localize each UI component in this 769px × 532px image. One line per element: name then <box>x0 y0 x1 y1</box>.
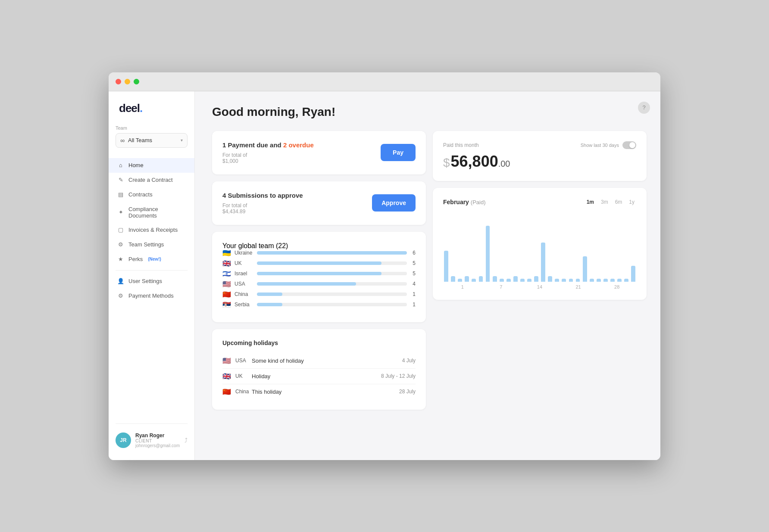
chart-bar-wrap <box>506 221 512 282</box>
payment-title: 1 Payment due and 2 overdue <box>222 141 314 149</box>
bar-count: 5 <box>410 260 416 266</box>
sidebar-divider <box>116 270 188 271</box>
sidebar-item-create-contract[interactable]: ✎ Create a Contract <box>109 173 194 187</box>
bar-container <box>257 292 407 296</box>
toggle-knob <box>629 142 635 148</box>
chart-bar-wrap <box>471 221 477 282</box>
chart-bar-wrap <box>464 221 470 282</box>
logo-dot: . <box>140 102 142 115</box>
chart-bar-wrap <box>499 221 505 282</box>
sidebar-item-label: Perks <box>128 256 143 262</box>
chart-bar <box>458 279 462 282</box>
sidebar-bottom-divider <box>116 423 188 424</box>
minimize-button[interactable] <box>125 79 130 84</box>
submissions-info: 4 Submissions to approve For total of $4… <box>222 192 303 215</box>
holiday-name: Holiday <box>252 373 377 380</box>
show-toggle: Show last 30 days <box>581 141 636 149</box>
range-button-6m[interactable]: 6m <box>613 198 624 206</box>
chart-bar-wrap <box>478 221 484 282</box>
sidebar-item-payment-methods[interactable]: ⚙ Payment Methods <box>109 289 194 303</box>
country-flag: 🇨🇳 <box>222 291 231 297</box>
chart-bar-wrap <box>603 221 609 282</box>
approve-button[interactable]: Approve <box>372 194 416 212</box>
sidebar-item-label: User Settings <box>128 278 162 284</box>
country-flag: 🇺🇸 <box>222 281 231 287</box>
chart-bar <box>479 276 483 282</box>
chart-bar-wrap <box>485 221 491 282</box>
help-button[interactable]: ? <box>638 102 650 114</box>
country-flag: 🇮🇱 <box>222 271 231 277</box>
chart-bar-wrap <box>540 221 546 282</box>
toggle-switch[interactable] <box>622 141 636 149</box>
fullscreen-button[interactable] <box>134 79 139 84</box>
dashboard-grid: 1 Payment due and 2 overdue For total of… <box>212 131 647 410</box>
sidebar-item-perks[interactable]: ★ Perks (New!) <box>109 252 194 267</box>
chart-bar-wrap <box>630 221 636 282</box>
sidebar-item-team-settings[interactable]: ⚙ Team Settings <box>109 237 194 252</box>
submissions-subtitle: For total of $4,434.89 <box>222 202 303 215</box>
perks-icon: ★ <box>117 256 124 263</box>
chart-bar-wrap <box>519 221 525 282</box>
holidays-list: 🇺🇸 USA Some kind of holiday 4 July 🇬🇧 UK… <box>222 353 416 399</box>
country-flag: 🇷🇸 <box>222 302 231 308</box>
user-email: johnrogers@gmail.com <box>135 443 180 448</box>
bar-fill <box>257 282 356 286</box>
chart-bar-wrap <box>554 221 560 282</box>
payment-card: 1 Payment due and 2 overdue For total of… <box>212 131 426 174</box>
range-button-1y[interactable]: 1y <box>627 198 636 206</box>
chart-bar-wrap <box>533 221 539 282</box>
app-window: deel. Team ∞ All Teams ▾ ⌂ Home <box>109 72 660 460</box>
bar-container <box>257 251 407 255</box>
holiday-flag: 🇬🇧 <box>222 373 231 379</box>
sidebar: deel. Team ∞ All Teams ▾ ⌂ Home <box>109 91 195 460</box>
chart-bar <box>534 276 538 282</box>
sidebar-item-user-settings[interactable]: 👤 User Settings <box>109 274 194 289</box>
holiday-row: 🇺🇸 USA Some kind of holiday 4 July <box>222 353 416 369</box>
country-name: USA <box>234 281 253 287</box>
logout-icon[interactable]: ⤴ <box>184 437 188 444</box>
chart-bar <box>465 276 469 282</box>
holiday-flag: 🇺🇸 <box>222 358 231 364</box>
chart-bar <box>451 276 455 282</box>
overdue-count: 2 overdue <box>283 141 314 149</box>
logo-word: deel <box>119 102 140 115</box>
paid-title: Paid this month <box>443 142 479 148</box>
chart-bar <box>548 276 552 282</box>
chart-range: 1m3m6m1y <box>585 198 636 206</box>
country-flag: 🇺🇦 <box>222 250 231 256</box>
bar-count: 4 <box>410 281 416 287</box>
chart-title: February (Paid) <box>443 199 486 205</box>
bar-count: 1 <box>410 302 416 308</box>
bar-fill <box>257 292 282 296</box>
bar-count: 6 <box>410 250 416 256</box>
sidebar-item-compliance[interactable]: ✦ Compliance Documents <box>109 202 194 223</box>
chart-bar <box>624 279 628 282</box>
chart-bar <box>617 279 622 282</box>
contracts-icon: ▤ <box>117 191 124 198</box>
user-icon: 👤 <box>117 278 124 285</box>
team-dropdown[interactable]: ∞ All Teams ▾ <box>116 133 188 148</box>
sidebar-item-home[interactable]: ⌂ Home <box>109 158 194 173</box>
greeting: Good morning, Ryan! <box>212 105 647 119</box>
close-button[interactable] <box>116 79 121 84</box>
toggle-label: Show last 30 days <box>581 143 619 148</box>
bar-fill <box>257 303 282 306</box>
sidebar-item-label: Create a Contract <box>128 177 173 183</box>
currency-symbol: $ <box>443 156 450 169</box>
sidebar-item-invoices[interactable]: ▢ Invoices & Receipts <box>109 223 194 237</box>
sidebar-item-contracts[interactable]: ▤ Contracts <box>109 187 194 202</box>
bar-container <box>257 272 407 275</box>
x-label: 21 <box>559 284 598 289</box>
chart-bar <box>562 279 566 282</box>
holiday-name: This holiday <box>252 389 395 395</box>
range-button-1m[interactable]: 1m <box>585 198 596 206</box>
bar-count: 5 <box>410 271 416 277</box>
submissions-title: 4 Submissions to approve <box>222 192 303 199</box>
chart-bar <box>527 279 531 282</box>
sidebar-item-label: Home <box>128 162 144 168</box>
chart-bar-wrap <box>610 221 616 282</box>
logo: deel. <box>109 102 194 125</box>
chart-bar <box>541 243 545 282</box>
range-button-3m[interactable]: 3m <box>599 198 610 206</box>
pay-button[interactable]: Pay <box>381 144 416 161</box>
